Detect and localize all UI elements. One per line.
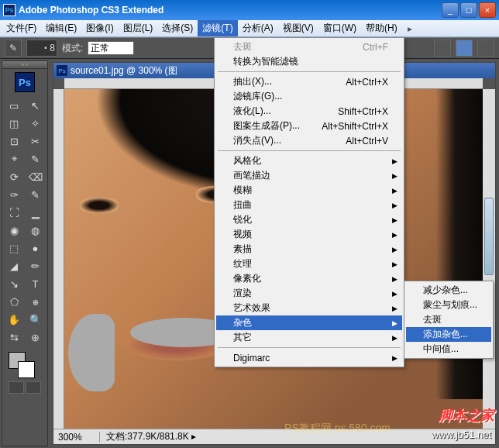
tool-26[interactable]: ⇆ <box>4 329 24 346</box>
tool-16[interactable]: ⬚ <box>4 240 24 257</box>
menu-item[interactable]: 去斑 <box>406 312 491 327</box>
menu-select[interactable]: 选择(S) <box>157 20 198 36</box>
menu-bar: 文件(F) 编辑(E) 图像(I) 图层(L) 选择(S) 滤镜(T) 分析(A… <box>0 20 499 37</box>
tool-25[interactable]: 🔍 <box>26 311 46 328</box>
blend-mode-select[interactable]: 正常 <box>88 41 134 55</box>
submenu-arrow-icon: ▶ <box>392 187 397 195</box>
info-chevron-icon[interactable]: ▸ <box>191 431 196 442</box>
menu-overflow-icon[interactable]: ▸ <box>402 23 418 34</box>
menu-image[interactable]: 图像(I) <box>81 20 118 36</box>
tool-6[interactable]: ⌖ <box>4 150 24 167</box>
zoom-level[interactable]: 300% <box>53 432 100 443</box>
menu-window[interactable]: 窗口(W) <box>318 20 361 36</box>
tool-14[interactable]: ◉ <box>4 222 24 239</box>
menu-item[interactable]: 杂色▶ <box>216 315 402 330</box>
submenu-arrow-icon: ▶ <box>392 275 397 283</box>
menu-item[interactable]: 蒙尘与划痕... <box>406 298 491 312</box>
tool-17[interactable]: ● <box>26 240 46 257</box>
background-color[interactable] <box>18 361 35 378</box>
optbar-button-1[interactable] <box>434 40 451 57</box>
menu-item[interactable]: 消失点(V)...Alt+Ctrl+V <box>216 133 402 148</box>
status-bar: 300% 文档:377.9K/881.8K ▸ <box>53 429 495 444</box>
menu-item[interactable]: 添加杂色... <box>406 327 491 342</box>
tool-15[interactable]: ◍ <box>26 222 46 239</box>
tool-21[interactable]: T <box>26 275 46 292</box>
tool-4[interactable]: ⊡ <box>4 133 24 150</box>
menu-item[interactable]: 中间值... <box>406 342 491 357</box>
tool-1[interactable]: ↖ <box>26 97 46 114</box>
tool-8[interactable]: ⟳ <box>4 168 24 185</box>
menu-item[interactable]: 其它▶ <box>216 330 402 345</box>
menu-item[interactable]: 素描▶ <box>216 242 402 257</box>
color-swatches[interactable] <box>2 347 47 378</box>
standard-mode-button[interactable] <box>9 381 24 394</box>
menu-item[interactable]: 纹理▶ <box>216 257 402 271</box>
current-tool-icon[interactable]: ✎ <box>5 40 22 57</box>
menu-help[interactable]: 帮助(H) <box>361 20 402 36</box>
brush-preset-picker[interactable]: • 8 <box>26 40 57 57</box>
tool-10[interactable]: ✑ <box>4 186 24 203</box>
scrollbar-vertical[interactable] <box>483 89 495 429</box>
tool-19[interactable]: ✏ <box>26 257 46 274</box>
menu-item[interactable]: 去斑Ctrl+F <box>216 40 402 54</box>
menu-view[interactable]: 视图(V) <box>278 20 318 36</box>
tool-3[interactable]: ✧ <box>26 115 46 132</box>
menu-item[interactable]: 抽出(X)...Alt+Ctrl+X <box>216 74 402 89</box>
minimize-button[interactable]: _ <box>442 2 459 18</box>
submenu-arrow-icon: ▶ <box>392 157 397 165</box>
menu-item[interactable]: 滤镜库(G)... <box>216 89 402 104</box>
quickmask-mode-button[interactable] <box>26 381 41 394</box>
optbar-button-2[interactable] <box>456 40 473 57</box>
menu-analysis[interactable]: 分析(A) <box>238 20 278 36</box>
menu-item[interactable]: 像素化▶ <box>216 271 402 286</box>
ps-badge-icon: Ps <box>15 72 35 92</box>
menu-item[interactable]: 风格化▶ <box>216 153 402 168</box>
menu-item[interactable]: 扭曲▶ <box>216 198 402 212</box>
tool-23[interactable]: ⎈ <box>26 293 46 310</box>
tool-2[interactable]: ◫ <box>4 115 24 132</box>
menu-filter[interactable]: 滤镜(T) <box>198 20 237 36</box>
menu-item[interactable]: Digimarc▶ <box>216 350 402 365</box>
maximize-button[interactable]: □ <box>460 2 477 18</box>
submenu-arrow-icon: ▶ <box>392 319 397 327</box>
tool-18[interactable]: ◢ <box>4 257 24 274</box>
tool-13[interactable]: ▁ <box>26 204 46 221</box>
submenu-arrow-icon: ▶ <box>392 172 397 180</box>
ruler-vertical[interactable] <box>53 89 64 429</box>
tool-22[interactable]: ⬠ <box>4 293 24 310</box>
toolbox: Ps ▭↖◫✧⊡✂⌖✎⟳⌫✑✎⛶▁◉◍⬚●◢✏↘T⬠⎈✋🔍⇆⊕ <box>2 60 48 446</box>
close-button[interactable]: × <box>479 2 496 18</box>
menu-item[interactable]: 图案生成器(P)...Alt+Shift+Ctrl+X <box>216 119 402 133</box>
tool-27[interactable]: ⊕ <box>26 329 46 346</box>
watermark-text: 脚本之家 <box>439 406 494 425</box>
tool-11[interactable]: ✎ <box>26 186 46 203</box>
tool-5[interactable]: ✂ <box>26 133 46 150</box>
menu-layer[interactable]: 图层(L) <box>119 20 158 36</box>
menu-item[interactable]: 转换为智能滤镜 <box>216 54 402 69</box>
optbar-button-3[interactable] <box>477 40 494 57</box>
submenu-arrow-icon: ▶ <box>392 354 397 362</box>
menu-edit[interactable]: 编辑(E) <box>41 20 81 36</box>
tool-12[interactable]: ⛶ <box>4 204 24 221</box>
menu-file[interactable]: 文件(F) <box>2 20 41 36</box>
menu-item[interactable]: 视频▶ <box>216 227 402 242</box>
submenu-arrow-icon: ▶ <box>392 334 397 342</box>
menu-item[interactable]: 锐化▶ <box>216 212 402 227</box>
tool-20[interactable]: ↘ <box>4 275 24 292</box>
menu-item[interactable]: 渲染▶ <box>216 286 402 301</box>
menu-item[interactable]: 模糊▶ <box>216 183 402 198</box>
menu-item[interactable]: 艺术效果▶ <box>216 301 402 315</box>
submenu-arrow-icon: ▶ <box>392 216 397 224</box>
filter-menu: 去斑Ctrl+F转换为智能滤镜抽出(X)...Alt+Ctrl+X滤镜库(G).… <box>214 37 404 367</box>
menu-item[interactable]: 减少杂色... <box>406 283 491 298</box>
menu-item[interactable]: 画笔描边▶ <box>216 168 402 183</box>
watermark-url: www.jb51.net <box>432 429 491 440</box>
tool-24[interactable]: ✋ <box>4 311 24 328</box>
submenu-arrow-icon: ▶ <box>392 202 397 209</box>
document-title: source01.jpg @ 300% (图 <box>71 64 177 78</box>
tool-7[interactable]: ✎ <box>26 150 46 167</box>
tool-9[interactable]: ⌫ <box>26 168 46 185</box>
tool-0[interactable]: ▭ <box>4 97 24 114</box>
menu-item[interactable]: 液化(L)...Shift+Ctrl+X <box>216 104 402 119</box>
noise-submenu: 减少杂色...蒙尘与划痕...去斑添加杂色...中间值... <box>404 281 494 359</box>
